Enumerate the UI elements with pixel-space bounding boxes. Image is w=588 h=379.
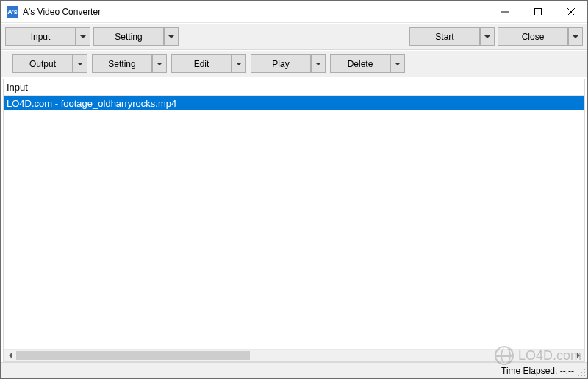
start-button[interactable]: Start xyxy=(409,27,480,46)
setting-dropdown[interactable] xyxy=(164,27,179,46)
resize-grip[interactable] xyxy=(577,368,586,377)
edit-split-button: Edit xyxy=(171,54,246,73)
close-split-button: Close xyxy=(498,27,583,46)
input-split-button: Input xyxy=(5,27,90,46)
setting2-button[interactable]: Setting xyxy=(92,54,152,73)
output-button[interactable]: Output xyxy=(12,54,73,73)
play-split-button: Play xyxy=(251,54,326,73)
toolbar-left-group: Input Setting xyxy=(5,27,179,46)
column-header-input[interactable]: Input xyxy=(4,79,584,96)
svg-point-6 xyxy=(584,372,585,373)
start-split-button: Start xyxy=(409,27,495,46)
status-time-elapsed: Time Elapsed: --:-- xyxy=(501,366,574,376)
delete-dropdown[interactable] xyxy=(390,54,405,73)
scroll-right-button[interactable] xyxy=(572,350,584,361)
output-split-button: Output xyxy=(12,54,87,73)
setting-button[interactable]: Setting xyxy=(93,27,164,46)
output-dropdown[interactable] xyxy=(73,54,87,73)
svg-point-5 xyxy=(581,372,582,373)
edit-dropdown[interactable] xyxy=(232,54,246,73)
edit-button[interactable]: Edit xyxy=(171,54,232,73)
maximize-icon xyxy=(534,8,542,15)
setting-split-button: Setting xyxy=(93,27,179,46)
svg-point-9 xyxy=(584,375,585,376)
horizontal-scrollbar[interactable] xyxy=(4,349,584,361)
setting2-dropdown[interactable] xyxy=(152,54,167,73)
input-dropdown[interactable] xyxy=(76,27,90,46)
app-window: A's A's Video Converter Input Setting xyxy=(0,0,588,379)
svg-point-7 xyxy=(578,375,579,376)
close-window-button[interactable] xyxy=(554,1,587,22)
scroll-left-button[interactable] xyxy=(4,350,16,361)
minimize-icon xyxy=(501,8,509,15)
svg-rect-1 xyxy=(534,8,541,15)
delete-split-button: Delete xyxy=(330,54,405,73)
resize-grip-icon xyxy=(577,368,586,377)
play-dropdown[interactable] xyxy=(311,54,326,73)
file-list[interactable]: LO4D.com - footage_oldharryrocks.mp4 xyxy=(4,96,584,349)
scroll-thumb[interactable] xyxy=(16,351,250,360)
window-title: A's Video Converter xyxy=(23,7,101,17)
svg-point-4 xyxy=(584,369,585,370)
start-dropdown[interactable] xyxy=(480,27,495,46)
toolbar-right-group: Start Close xyxy=(409,27,583,46)
play-button[interactable]: Play xyxy=(251,54,311,73)
toolbar-primary: Input Setting Start Close xyxy=(1,23,587,50)
delete-button[interactable]: Delete xyxy=(330,54,390,73)
setting2-split-button: Setting xyxy=(92,54,167,73)
input-button[interactable]: Input xyxy=(5,27,76,46)
time-elapsed-value: --:-- xyxy=(560,366,574,376)
file-list-panel: Input LO4D.com - footage_oldharryrocks.m… xyxy=(3,79,585,362)
time-elapsed-label: Time Elapsed: xyxy=(501,366,557,376)
close-button[interactable]: Close xyxy=(498,27,568,46)
app-icon: A's xyxy=(7,6,18,18)
close-dropdown[interactable] xyxy=(568,27,583,46)
list-item[interactable]: LO4D.com - footage_oldharryrocks.mp4 xyxy=(4,96,584,110)
close-icon xyxy=(567,8,575,15)
minimize-button[interactable] xyxy=(488,1,521,22)
scroll-track[interactable] xyxy=(16,350,572,361)
maximize-button[interactable] xyxy=(521,1,554,22)
toolbar-secondary: Output Setting Edit Play Delete xyxy=(1,50,587,77)
titlebar: A's A's Video Converter xyxy=(1,1,587,23)
svg-point-8 xyxy=(581,375,582,376)
status-bar: Time Elapsed: --:-- xyxy=(1,362,587,378)
